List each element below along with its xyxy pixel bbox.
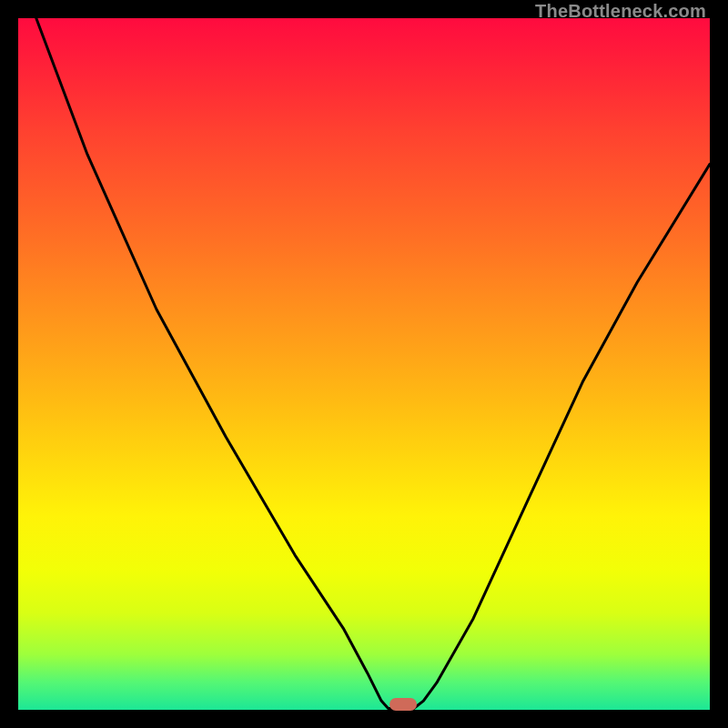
branding-watermark: TheBottleneck.com [535, 1, 706, 22]
plot-background-gradient [18, 18, 710, 710]
optimum-marker-icon [389, 698, 417, 711]
chart-container: { "branding": { "label": "TheBottleneck.… [0, 0, 728, 728]
